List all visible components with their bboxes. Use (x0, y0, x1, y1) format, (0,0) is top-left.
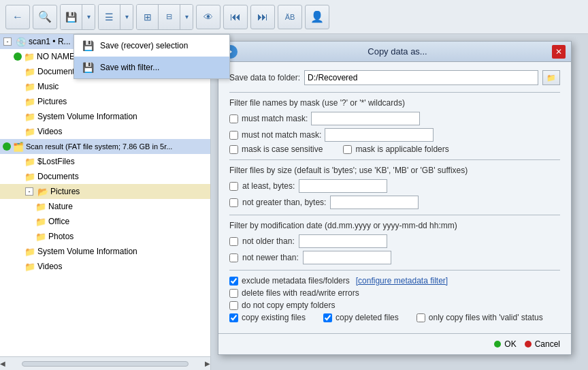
tree-item-lostfiles[interactable]: 📁 $LostFiles (0, 154, 210, 169)
tree-item-music[interactable]: 📁 Music (0, 79, 210, 94)
dropdown-save-filter[interactable]: 💾 Save with filter... (74, 57, 229, 78)
must-match-row: must match mask: (229, 112, 560, 125)
delete-errors-checkbox[interactable] (229, 289, 238, 298)
tree-item-pictures2[interactable]: - 📂 Pictures (0, 184, 210, 199)
view2-button[interactable]: ⊟ (159, 5, 180, 29)
filter-size-title: Filter files by size (default is 'bytes'… (229, 166, 560, 175)
filter-mask-title: Filter file names by mask (use '?' or '*… (229, 98, 560, 108)
scroll-right-button[interactable]: ▶ (205, 360, 210, 367)
tree-item-photos[interactable]: 📁 Photos (0, 229, 210, 244)
tree-label-documents2: Documents (37, 172, 79, 181)
folder-icon: 📁 (24, 81, 35, 92)
cancel-button[interactable]: Cancel (525, 339, 560, 349)
save-dropdown-menu: 💾 Save (recover) selection 💾 Save with f… (74, 34, 230, 79)
delete-errors-label: delete files with read/write errors (242, 288, 359, 298)
save-dropdown-button[interactable]: ▾ (82, 5, 95, 29)
filter-date-title: Filter by modification date (dd.mm.yyyy … (229, 221, 560, 230)
must-match-label: must match mask: (242, 114, 308, 123)
tree-item-scanresult[interactable]: 🗂️ Scan result (FAT file system; 7.86 GB… (0, 139, 210, 154)
save-button-group: 💾 ▾ (60, 4, 95, 30)
text-button[interactable]: ÄB (278, 5, 302, 29)
configure-metadata-link[interactable]: [configure metadata filter] (356, 276, 448, 286)
folder-icon: 📁 (35, 231, 46, 242)
folder-icon: 📁 (24, 246, 35, 257)
not-greater-label: not greater than, bytes: (242, 198, 326, 207)
case-sensitive-checkbox[interactable] (229, 145, 238, 154)
scrollbar-track[interactable] (22, 361, 189, 367)
copy-deleted-checkbox[interactable] (323, 313, 332, 322)
folder-icon: 📁 (24, 156, 35, 167)
folder-open-icon: 📂 (37, 186, 48, 197)
binoculars-button[interactable]: 👁 (196, 5, 220, 29)
not-newer-input[interactable] (303, 251, 391, 264)
only-valid-label: only copy files with 'valid' status (429, 313, 543, 322)
folder-icon: 📁 (24, 126, 35, 137)
tree-label-nature: Nature (48, 202, 73, 211)
tree-item-nature[interactable]: 📁 Nature (0, 199, 210, 214)
folder-icon: 📁 (35, 201, 46, 212)
expand-icon: - (24, 186, 35, 197)
scroll-left-button[interactable]: ◀ (0, 360, 5, 367)
not-greater-input[interactable] (330, 196, 419, 209)
tree-label-documents1: Documents (37, 67, 79, 76)
folder-icon: 📁 (24, 261, 35, 272)
tree-item-videos1[interactable]: 📁 Videos (0, 124, 210, 139)
copy-existing-label: copy existing files (242, 313, 306, 322)
tree-item-pictures1[interactable]: 📁 Pictures (0, 94, 210, 109)
dropdown-save-recover[interactable]: 💾 Save (recover) selection (74, 35, 229, 57)
dialog-body: Save data to folder: 📁 Filter file names… (218, 62, 571, 333)
save-folder-label: Save data to folder: (229, 73, 300, 82)
ok-button[interactable]: OK (494, 339, 516, 349)
tree-item-documents2[interactable]: 📁 Documents (0, 169, 210, 184)
exclude-metadata-row: exclude metadata files/folders [configur… (229, 276, 560, 286)
must-match-checkbox[interactable] (229, 114, 238, 123)
browse-button[interactable]: 📁 (542, 70, 560, 85)
tree-item-sysvolinfo2[interactable]: 📁 System Volume Information (0, 244, 210, 259)
at-least-input[interactable] (299, 179, 387, 193)
tree-label-pictures2: Pictures (50, 187, 80, 196)
prev-button[interactable]: ⏮ (223, 5, 248, 29)
must-not-match-row: must not match mask: (229, 128, 560, 142)
tree-label-sysvolinfo1: System Volume Information (37, 112, 137, 121)
list-dropdown-button[interactable]: ▾ (120, 5, 133, 29)
dialog-close-button[interactable]: ✕ (552, 45, 566, 59)
dialog-footer: OK Cancel (218, 333, 571, 354)
applicable-folders-checkbox[interactable] (343, 145, 352, 154)
copy-deleted-label: copy deleted files (336, 313, 399, 322)
search-button[interactable]: 🔍 (33, 5, 57, 29)
next-button[interactable]: ⏭ (250, 5, 275, 29)
view-button[interactable]: ⊞ (137, 5, 159, 29)
no-empty-folders-label: do not copy empty folders (242, 300, 335, 310)
view-dropdown-button[interactable]: ▾ (180, 5, 193, 29)
not-older-input[interactable] (299, 234, 387, 248)
right-panel: Copy data as... ✕ Save data to folder: 📁… (211, 34, 588, 370)
not-newer-row: not newer than: (229, 251, 560, 264)
tree-label-videos1: Videos (37, 127, 62, 136)
not-older-checkbox[interactable] (229, 237, 238, 246)
user-button[interactable]: 👤 (305, 5, 329, 29)
save-button[interactable]: 💾 (61, 5, 82, 29)
must-not-match-input[interactable] (325, 128, 434, 142)
tree-item-office[interactable]: 📁 Office (0, 214, 210, 229)
only-valid-checkbox[interactable] (416, 313, 425, 322)
must-not-match-checkbox[interactable] (229, 131, 238, 140)
tree-label-videos2: Videos (37, 262, 62, 271)
not-greater-checkbox[interactable] (229, 198, 238, 207)
copy-existing-checkbox[interactable] (229, 313, 238, 322)
tree-item-sysvolinfo1[interactable]: 📁 System Volume Information (0, 109, 210, 124)
no-empty-folders-checkbox[interactable] (229, 301, 238, 310)
view-button-group: ⊞ ⊟ ▾ (136, 4, 193, 30)
list-button[interactable]: ☰ (99, 5, 120, 29)
tree-label-scanresult: Scan result (FAT file system; 7.86 GB in… (26, 142, 172, 151)
delete-errors-row: delete files with read/write errors (229, 288, 560, 298)
tree-item-videos2[interactable]: 📁 Videos (0, 259, 210, 274)
app-window: ← 🔍 💾 ▾ ☰ ▾ ⊞ ⊟ ▾ 👁 ⏮ ⏭ ÄB 👤 - (0, 0, 588, 370)
at-least-checkbox[interactable] (229, 182, 238, 191)
save-folder-input[interactable] (304, 70, 538, 85)
not-newer-checkbox[interactable] (229, 253, 238, 262)
folder-icon: 📁 (35, 216, 46, 227)
exclude-metadata-checkbox[interactable] (229, 277, 238, 286)
scanresult-icon: 🗂️ (13, 141, 24, 152)
must-match-input[interactable] (311, 112, 420, 125)
back-button[interactable]: ← (5, 5, 30, 29)
